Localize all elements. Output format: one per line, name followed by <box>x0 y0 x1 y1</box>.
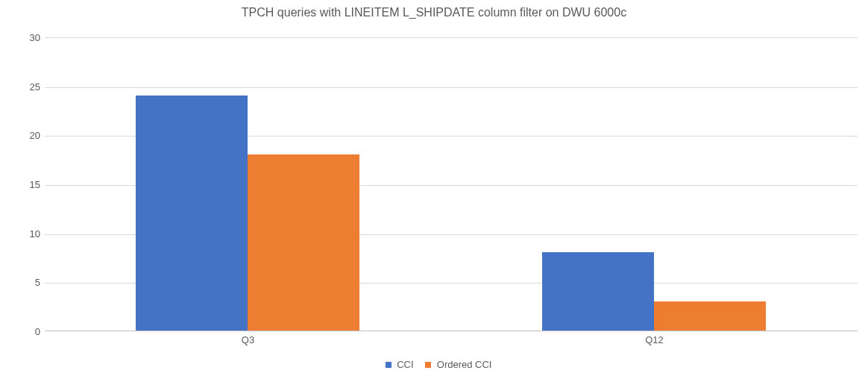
chart-container: TPCH queries with LINEITEM L_SHIPDATE co… <box>0 0 868 385</box>
plot-area <box>45 37 858 331</box>
bar-q3-cci <box>136 96 248 331</box>
x-tick-label: Q3 <box>242 334 254 345</box>
y-tick-label: 15 <box>3 179 40 190</box>
legend-swatch-ordered-cci <box>425 362 431 368</box>
bar-q12-ordered-cci <box>654 301 766 331</box>
y-tick-label: 20 <box>3 130 40 141</box>
grid-line <box>45 87 858 88</box>
y-tick-label: 10 <box>3 228 40 239</box>
legend-swatch-cci <box>386 362 391 368</box>
y-tick-label: 5 <box>3 277 40 288</box>
y-tick-label: 30 <box>3 32 40 43</box>
y-tick-label: 25 <box>3 81 40 92</box>
legend-label-ordered-cci: Ordered CCI <box>437 359 492 370</box>
bar-q3-ordered-cci <box>248 154 359 331</box>
bar-q12-cci <box>542 252 654 331</box>
legend: CCI Ordered CCI <box>0 358 868 370</box>
x-tick-label: Q12 <box>645 334 664 345</box>
legend-label-cci: CCI <box>397 359 413 370</box>
chart-title: TPCH queries with LINEITEM L_SHIPDATE co… <box>0 6 868 19</box>
y-tick-label: 0 <box>3 326 40 337</box>
